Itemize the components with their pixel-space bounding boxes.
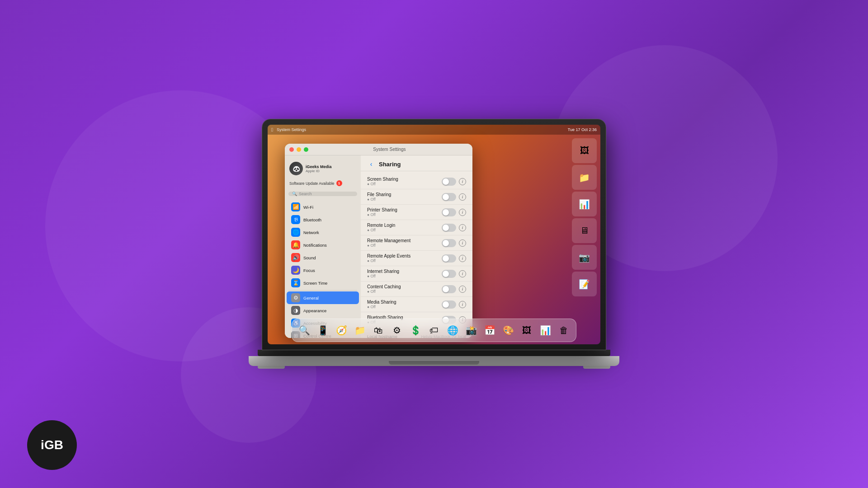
sharing-item-text-media-sharing: Media Sharing● Off (367, 300, 442, 309)
apple-menu[interactable]:  (271, 127, 273, 132)
dock-icon-trash[interactable]: 🗑 (555, 322, 572, 339)
sharing-item-controls-remote-management: i (442, 239, 466, 247)
sidebar-item-bluetooth[interactable]: 𝔅Bluetooth (287, 213, 359, 226)
sharing-item-controls-screen-sharing: i (442, 178, 466, 186)
toggle-media-sharing[interactable] (442, 300, 456, 309)
laptop-foot-left (258, 366, 285, 369)
dock-icon-image[interactable]: 🖼 (518, 322, 535, 339)
info-button-content-caching[interactable]: i (459, 286, 466, 293)
sidebar: 🐼 iGeeks Media Apple ID Software Update … (285, 155, 361, 338)
search-icon: 🔍 (292, 192, 297, 196)
sidebar-search[interactable]: 🔍 Search (288, 192, 357, 196)
desktop-icon-2[interactable]: 📁 (572, 165, 597, 190)
software-update-row[interactable]: Software Update Available 1 (285, 179, 361, 190)
desktop-icon-3[interactable]: 📊 (572, 192, 597, 216)
traffic-light-close[interactable] (289, 147, 294, 152)
dock-icon-calendar[interactable]: 📅 (481, 322, 498, 339)
user-subtitle: Apple ID (306, 169, 332, 173)
sidebar-item-label-focus: Focus (303, 268, 315, 273)
dock-icon-photos2[interactable]: 🎨 (500, 322, 517, 339)
toggle-file-sharing[interactable] (442, 193, 456, 201)
toggle-content-caching[interactable] (442, 285, 456, 293)
sidebar-item-general[interactable]: ⚙General (287, 291, 359, 304)
sharing-item-text-internet-sharing: Internet Sharing● Off (367, 269, 442, 278)
sidebar-item-label-screentime: Screen Time (303, 281, 327, 286)
sidebar-item-notifications[interactable]: 🔔Notifications (287, 239, 359, 251)
sharing-item-status-internet-sharing: ● Off (367, 274, 442, 278)
sharing-item-controls-content-caching: i (442, 285, 466, 293)
sharing-item-name-media-sharing: Media Sharing (367, 300, 442, 305)
main-content: ‹ Sharing Screen Sharing● OffiFile Shari… (361, 155, 472, 338)
toggle-remote-apple-events[interactable] (442, 254, 456, 263)
sidebar-icon-wifi: 📶 (291, 202, 300, 211)
sidebar-item-label-notifications: Notifications (303, 243, 327, 248)
info-button-remote-management[interactable]: i (459, 239, 466, 247)
dock-icon-photos[interactable]: 📸 (462, 322, 480, 339)
dock-icon-chrome[interactable]: 🌐 (444, 322, 461, 339)
dock-icon-safari[interactable]: 🧭 (333, 322, 350, 339)
sharing-item-text-file-sharing: File Sharing● Off (367, 192, 442, 202)
sharing-item-controls-internet-sharing: i (442, 270, 466, 278)
sharing-item-status-file-sharing: ● Off (367, 197, 442, 202)
sidebar-item-screentime[interactable]: ⌛Screen Time (287, 277, 359, 289)
desktop-icon-6[interactable]: 📝 (572, 272, 597, 296)
toggle-screen-sharing[interactable] (442, 178, 456, 186)
sidebar-item-label-bluetooth: Bluetooth (303, 217, 321, 222)
dock-icon-sketch[interactable]: 🏷 (425, 322, 443, 339)
traffic-light-maximize[interactable] (304, 147, 308, 152)
dock-icon-system-settings[interactable]: ⚙ (388, 322, 406, 339)
desktop-icon-4[interactable]: 🖥 (572, 218, 597, 243)
window-title-bar: System Settings (285, 144, 472, 155)
sidebar-icon-focus: 🌙 (291, 266, 300, 275)
dock-icon-finder[interactable]: 🔍 (296, 322, 313, 339)
user-profile[interactable]: 🐼 iGeeks Media Apple ID (285, 159, 361, 179)
toggle-remote-management[interactable] (442, 239, 456, 247)
laptop-hinge (258, 350, 610, 356)
sharing-item-text-content-caching: Content Caching● Off (367, 284, 442, 294)
sidebar-item-label-wifi: Wi-Fi (303, 205, 313, 210)
sharing-item-content-caching: Content Caching● Offi (361, 282, 472, 297)
sharing-item-controls-remote-login: i (442, 224, 466, 232)
dock-icon-app-store[interactable]: 🛍 (370, 322, 387, 339)
info-button-remote-apple-events[interactable]: i (459, 255, 466, 262)
dock-icon-launchpad[interactable]: 📱 (314, 322, 331, 339)
sidebar-item-sound[interactable]: 🔊Sound (287, 251, 359, 264)
sidebar-icon-appearance: ◑ (291, 306, 300, 315)
dock-icon-sublime[interactable]: 💲 (407, 322, 424, 339)
dock: 🔍📱🧭📁🛍⚙💲🏷🌐📸📅🎨🖼📊🗑 (292, 319, 576, 342)
info-button-printer-sharing[interactable]: i (459, 209, 466, 216)
sharing-item-status-remote-management: ● Off (367, 243, 442, 248)
dock-icon-tables[interactable]: 📊 (537, 322, 554, 339)
sidebar-item-appearance[interactable]: ◑Appearance (287, 304, 359, 317)
info-button-file-sharing[interactable]: i (459, 193, 466, 201)
sharing-item-status-printer-sharing: ● Off (367, 212, 442, 217)
desktop-icon-5[interactable]: 📷 (572, 245, 597, 270)
traffic-light-minimize[interactable] (297, 147, 301, 152)
toggle-remote-login[interactable] (442, 224, 456, 232)
sidebar-item-wifi[interactable]: 📶Wi-Fi (287, 201, 359, 213)
laptop-screen:  System Settings Tue 17 Oct 2:36 System… (268, 125, 600, 344)
desktop-icon-1[interactable]: 🖼 (572, 138, 597, 163)
sharing-item-controls-media-sharing: i (442, 300, 466, 309)
toggle-printer-sharing[interactable] (442, 208, 456, 216)
menu-bar-right: Tue 17 Oct 2:36 (568, 127, 597, 132)
info-button-remote-login[interactable]: i (459, 224, 466, 231)
back-button[interactable]: ‹ (367, 160, 375, 168)
toggle-internet-sharing[interactable] (442, 270, 456, 278)
sharing-item-name-file-sharing: File Sharing (367, 192, 442, 197)
sharing-item-name-remote-management: Remote Management (367, 238, 442, 243)
sidebar-icon-network: 🌐 (291, 228, 300, 237)
info-button-internet-sharing[interactable]: i (459, 270, 466, 277)
sharing-item-text-screen-sharing: Screen Sharing● Off (367, 177, 442, 186)
info-button-screen-sharing[interactable]: i (459, 178, 466, 185)
sharing-item-status-remote-login: ● Off (367, 228, 442, 232)
sidebar-item-focus[interactable]: 🌙Focus (287, 264, 359, 277)
sharing-item-screen-sharing: Screen Sharing● Offi (361, 174, 472, 189)
sidebar-icon-notifications: 🔔 (291, 240, 300, 249)
igb-logo-text: iGB (41, 438, 63, 452)
info-button-media-sharing[interactable]: i (459, 301, 466, 308)
menu-bar-item-settings[interactable]: System Settings (277, 127, 306, 132)
sidebar-item-network[interactable]: 🌐Network (287, 226, 359, 239)
dock-icon-notes[interactable]: 📁 (351, 322, 368, 339)
sharing-item-printer-sharing: Printer Sharing● Offi (361, 205, 472, 220)
